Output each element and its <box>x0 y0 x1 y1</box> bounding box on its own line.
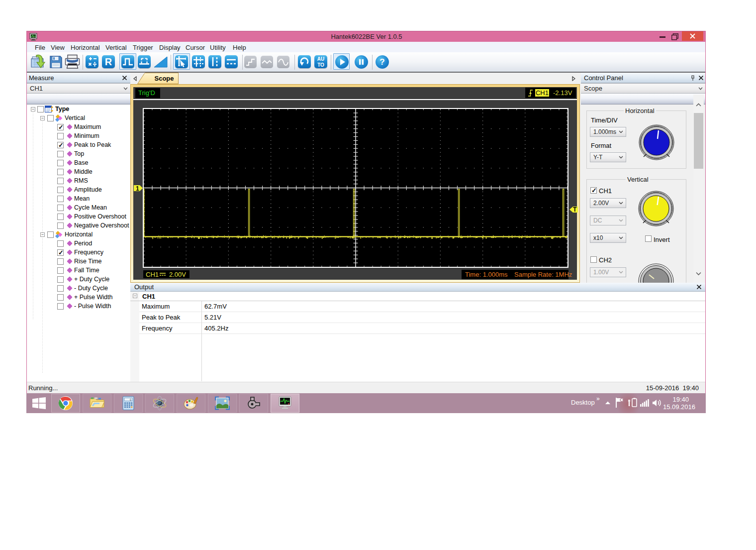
svg-text:T: T <box>573 206 577 213</box>
svg-text:1: 1 <box>136 185 139 192</box>
svg-text:0: 0 <box>130 398 131 401</box>
